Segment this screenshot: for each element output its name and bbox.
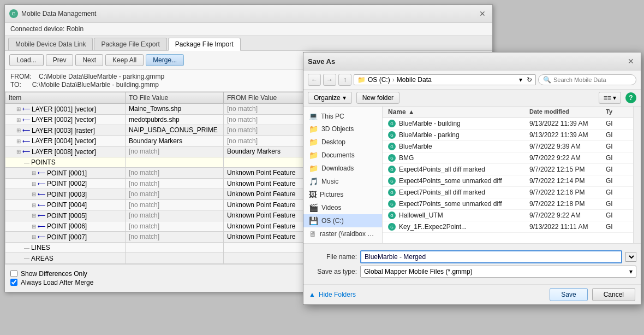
always-load-checkbox[interactable] xyxy=(10,279,17,286)
path-part-2: Mobile Data xyxy=(397,76,432,84)
path-part-1: OS (C:) xyxy=(368,76,390,84)
show-diff-checkbox[interactable] xyxy=(10,270,17,277)
main-close-button[interactable]: ✕ xyxy=(477,8,488,19)
arrow-icon: ⟵ xyxy=(22,106,30,112)
prev-button[interactable]: Prev xyxy=(46,54,74,66)
expand-icon[interactable]: ⊞ xyxy=(32,224,36,230)
pictures-icon: 🖼 xyxy=(309,190,317,199)
nav-item-raidbox[interactable]: 🖥 raster (\\raidbox … xyxy=(303,227,382,240)
file-row[interactable]: G Hallowell_UTM 9/7/2022 9:22 AM GI xyxy=(383,210,633,221)
nav-forward-button[interactable]: → xyxy=(323,74,336,86)
expand-icon[interactable]: ⊞ xyxy=(32,234,36,240)
expand-icon[interactable]: ⊞ xyxy=(32,202,36,208)
save-button[interactable]: Save xyxy=(550,288,587,301)
new-folder-button[interactable]: New folder xyxy=(356,92,399,104)
file-name-input[interactable] xyxy=(360,250,622,263)
load-button[interactable]: Load... xyxy=(9,54,44,66)
nav-up-button[interactable]: ↑ xyxy=(338,74,351,86)
file-row[interactable]: G Expect4Points_all diff marked 9/7/2022… xyxy=(383,164,633,175)
file-row[interactable]: G Expect7Points_all diff marked 9/7/2022… xyxy=(383,187,633,198)
file-date: 9/7/2022 9:22 AM xyxy=(529,211,606,219)
hide-folders-button[interactable]: ▲ Hide Folders xyxy=(309,291,356,298)
expand-icon[interactable]: ⊞ xyxy=(32,213,36,219)
nav-item-videos[interactable]: 🎬 Videos xyxy=(303,201,382,214)
file-name-dropdown[interactable]: ▾ xyxy=(625,252,636,262)
music-icon: 🎵 xyxy=(309,177,318,186)
nav-back-button[interactable]: ← xyxy=(308,74,321,86)
dialog-toolbar: Organize ▾ New folder ≡≡ ▾ ? xyxy=(303,90,641,107)
path-refresh-icon[interactable]: ↻ xyxy=(527,76,532,84)
merge-button[interactable]: Merge... xyxy=(146,54,184,66)
keep-all-button[interactable]: Keep All xyxy=(105,54,144,66)
dialog-body: 💻 This PC 📁 3D Objects 📁 Desktop 📁 Docum… xyxy=(303,107,641,243)
nav-item-downloads[interactable]: 📁 Downloads xyxy=(303,162,382,175)
file-row[interactable]: G BlueMarble - parking 9/13/2022 11:39 A… xyxy=(383,130,633,141)
dialog-close-button[interactable]: ✕ xyxy=(625,56,636,67)
arrow-icon: ⟵ xyxy=(38,191,45,197)
col-name-header[interactable]: Name ▲ xyxy=(388,108,529,116)
file-name-text: BlueMarble - building xyxy=(399,120,461,127)
expand-icon[interactable]: — xyxy=(24,255,29,261)
nav-item-music[interactable]: 🎵 Music xyxy=(303,175,382,188)
path-bar[interactable]: 📁 OS (C:) › Mobile Data ▾ ↻ xyxy=(354,74,536,85)
expand-icon[interactable]: ⊞ xyxy=(32,170,36,176)
arrow-icon: ⟵ xyxy=(38,170,45,176)
path-dropdown-icon[interactable]: ▾ xyxy=(519,76,522,84)
file-name-text: Expect4Points_some unmarked diff xyxy=(399,177,502,185)
expand-icon[interactable]: ⊞ xyxy=(16,117,21,123)
folder-icon: 📁 xyxy=(309,151,318,160)
file-row[interactable]: G Expect4Points_some unmarked diff 9/7/2… xyxy=(383,175,633,187)
save-type-dropdown-icon[interactable]: ▾ xyxy=(629,268,633,275)
file-type: GI xyxy=(606,211,628,219)
show-diff-label[interactable]: Show Differences Only xyxy=(21,270,87,278)
tab-mobile-device[interactable]: Mobile Device Data Link xyxy=(8,38,93,50)
search-bar[interactable]: 🔍 xyxy=(538,74,636,85)
view-button[interactable]: ≡≡ ▾ xyxy=(599,92,621,104)
search-input[interactable] xyxy=(553,77,631,83)
nav-item-3d-objects[interactable]: 📁 3D Objects xyxy=(303,122,382,136)
drive-icon: 💾 xyxy=(309,216,318,225)
nav-item-pictures[interactable]: 🖼 Pictures xyxy=(303,188,382,201)
file-name-text: BMG xyxy=(399,154,414,162)
tab-package-export[interactable]: Package File Export xyxy=(94,38,166,50)
arrow-icon: ⟵ xyxy=(22,117,30,123)
arrow-icon: ⟵ xyxy=(38,234,45,240)
nav-item-documents[interactable]: 📁 Documents xyxy=(303,149,382,162)
expand-icon[interactable]: ⊞ xyxy=(16,138,21,144)
help-button[interactable]: ? xyxy=(625,92,636,103)
nav-item-thispc[interactable]: 💻 This PC xyxy=(303,110,382,122)
next-button[interactable]: Next xyxy=(75,54,103,66)
expand-icon[interactable]: ⊞ xyxy=(16,149,21,155)
arrow-icon: ⟵ xyxy=(22,138,30,144)
file-row[interactable]: G BlueMarble 9/7/2022 9:39 AM GI xyxy=(383,141,633,152)
expand-icon[interactable]: ⊞ xyxy=(16,127,21,133)
arrow-icon: ⟵ xyxy=(38,202,45,208)
arrow-icon: ⟵ xyxy=(38,224,45,230)
expand-icon[interactable]: — xyxy=(24,245,29,251)
folder-icon: 📁 xyxy=(309,164,318,173)
always-load-label[interactable]: Always Load After Merge xyxy=(21,279,93,286)
file-row[interactable]: G Key_1F..Expec2Point... 9/13/2022 11:11… xyxy=(383,221,633,233)
dialog-buttons: Save Cancel xyxy=(550,288,635,301)
nav-item-desktop[interactable]: 📁 Desktop xyxy=(303,136,382,149)
connected-text: Connected device: Robin xyxy=(10,25,84,33)
search-icon: 🔍 xyxy=(543,76,551,84)
gmp-icon: G xyxy=(388,200,396,208)
file-row[interactable]: G BMG 9/7/2022 9:22 AM GI xyxy=(383,152,633,164)
to-label: TO: xyxy=(10,81,21,89)
scrollbar[interactable] xyxy=(633,107,641,243)
file-row[interactable]: G BlueMarble - building 9/13/2022 11:39 … xyxy=(383,118,633,130)
expand-icon[interactable]: ⊞ xyxy=(32,181,36,187)
file-type: GI xyxy=(606,189,628,196)
expand-icon[interactable]: — xyxy=(24,160,29,166)
organize-button[interactable]: Organize ▾ xyxy=(308,92,352,104)
file-row[interactable]: G Expect7Points_some unmarked diff 9/7/2… xyxy=(383,198,633,210)
file-panel: Name ▲ Date modified Ty G BlueMarble - b… xyxy=(383,107,633,243)
tab-package-import[interactable]: Package File Import xyxy=(168,38,241,51)
expand-icon[interactable]: ⊞ xyxy=(32,191,36,197)
from-label: FROM: xyxy=(10,73,32,80)
expand-icon[interactable]: ⊞ xyxy=(16,106,21,112)
nav-item-c-drive[interactable]: 💾 OS (C:) xyxy=(303,214,382,227)
col-date-header: Date modified xyxy=(529,108,606,116)
cancel-button[interactable]: Cancel xyxy=(592,288,635,301)
